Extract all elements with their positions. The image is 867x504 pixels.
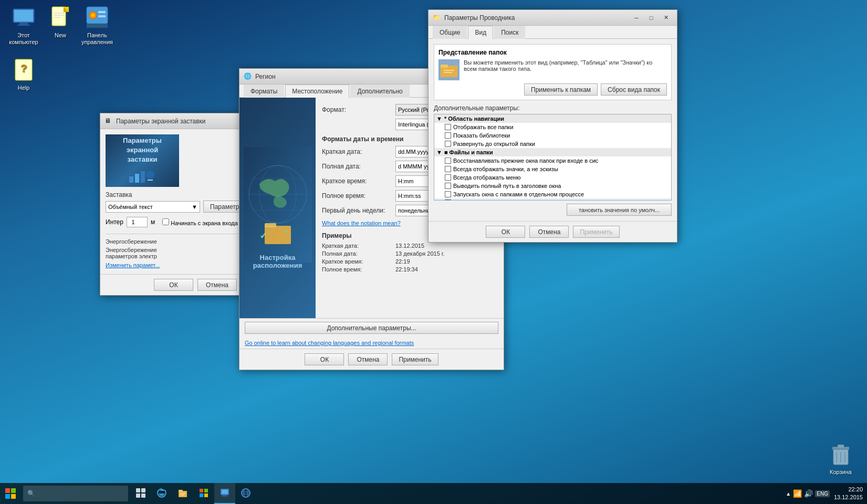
apply-folders-btn[interactable]: Применить к папкам: [524, 83, 598, 96]
svg-rect-62: [222, 496, 228, 497]
screensaver-title-icon: 🖥: [105, 117, 113, 125]
always-icons-checkbox[interactable]: [445, 166, 451, 172]
svg-point-21: [146, 171, 154, 179]
svg-rect-53: [180, 493, 185, 494]
adv-item-separate-process[interactable]: Запускать окна с папками в отдельном про…: [434, 190, 671, 198]
screensaver-ok-btn[interactable]: ОК: [154, 279, 193, 291]
sharing-wizard-checkbox[interactable]: ✓: [445, 200, 451, 201]
folder-view-inner: Вы можете применить этот вид (например, …: [438, 59, 667, 80]
desktop-icon-this-computer[interactable]: Этот компьютер: [3, 3, 45, 48]
this-computer-icon: [11, 5, 36, 30]
svg-rect-52: [179, 490, 183, 492]
taskbar-clock[interactable]: 22:20 13.12.2015: [834, 486, 863, 502]
explorer-tab-search[interactable]: Поиск: [494, 26, 525, 39]
svg-rect-46: [11, 494, 16, 499]
region-ok-btn[interactable]: ОК: [305, 353, 344, 365]
adv-item-always-icons[interactable]: Всегда отображать значки, а не эскизы: [434, 165, 671, 173]
restore-windows-checkbox[interactable]: [445, 158, 451, 164]
explorer-titlebar[interactable]: 📁 Параметры Проводника ─ □ ✕: [429, 10, 677, 26]
svg-rect-43: [5, 488, 10, 493]
adv-item-show-libraries[interactable]: Показать библиотеки: [434, 131, 671, 140]
ex-full-time: Полное время: 22:19:34: [322, 266, 497, 272]
region-cancel-btn[interactable]: Отмена: [348, 353, 388, 365]
expand-open-checkbox[interactable]: [445, 141, 451, 147]
screensaver-section-label: Заставка: [106, 191, 132, 198]
svg-rect-47: [136, 488, 140, 492]
region-tab-location[interactable]: Местоположение: [285, 85, 349, 98]
desktop-icon-help[interactable]: ? Help: [3, 55, 45, 93]
tray-network-icon: 📶: [793, 489, 802, 498]
adv-params-list[interactable]: ▼ * Область навигации Отображать все пап…: [434, 114, 672, 201]
tray-volume-icon[interactable]: 🔊: [804, 489, 813, 498]
adv-item-show-all-folders[interactable]: Отображать все папки: [434, 123, 671, 131]
start-button[interactable]: [0, 483, 21, 504]
adv-item-sharing-wizard[interactable]: ✓ Использовать мастер общего доступа (ре…: [434, 198, 671, 201]
control-panel-icon: [85, 5, 110, 30]
taskbar-app-ie[interactable]: [235, 483, 256, 504]
adv-item-full-path[interactable]: Выводить полный путь в заголовке окна: [434, 182, 671, 190]
full-time-label: Полное время:: [322, 192, 395, 200]
desktop-icon-new[interactable]: New: [39, 3, 81, 41]
explorer-cancel-btn[interactable]: Отмена: [529, 226, 569, 238]
show-all-folders-checkbox[interactable]: [445, 124, 451, 130]
tray-icons: ▲ 📶 🔊 ENG: [786, 489, 830, 498]
folder-view-text: Вы можете применить этот вид (например, …: [464, 59, 667, 80]
taskbar-app-winstore[interactable]: [193, 483, 214, 504]
notation-link[interactable]: What does the notation mean?: [322, 220, 401, 226]
svg-rect-57: [200, 494, 203, 497]
adv-item-restore-windows[interactable]: Восстанавливать прежние окна папок при в…: [434, 156, 671, 165]
recycle-bin[interactable]: Корзина: [820, 439, 862, 478]
region-buttons: ОК Отмена Применить: [239, 349, 504, 370]
svg-rect-3: [17, 25, 30, 26]
restore-defaults-btn[interactable]: тановить значения по умолч...: [567, 204, 672, 216]
adv-item-always-menu[interactable]: Всегда отображать меню: [434, 173, 671, 182]
svg-rect-30: [265, 223, 276, 227]
region-tab-advanced[interactable]: Дополнительно: [350, 85, 409, 98]
reset-view-btn[interactable]: Сброс вида папок: [601, 83, 667, 96]
explorer-minimize-btn[interactable]: ─: [630, 13, 643, 23]
region-tab-formats[interactable]: Форматы: [244, 85, 284, 98]
screensaver-cancel-btn[interactable]: Отмена: [197, 279, 237, 291]
explorer-apply-btn[interactable]: Применить: [573, 226, 619, 238]
explorer-maximize-btn[interactable]: □: [644, 13, 658, 23]
format-label: Формат:: [322, 106, 395, 113]
tray-arrow[interactable]: ▲: [786, 491, 791, 497]
taskbar-search[interactable]: 🔍: [23, 486, 128, 501]
svg-rect-14: [98, 15, 106, 17]
desktop-icon-control-panel[interactable]: Панель управления: [76, 3, 118, 48]
taskbar-app-active[interactable]: [214, 483, 235, 504]
svg-rect-36: [444, 72, 452, 73]
region-online-link[interactable]: Go online to learn about changing langua…: [245, 340, 414, 346]
full-path-checkbox[interactable]: [445, 183, 451, 189]
svg-rect-15: [87, 24, 108, 28]
taskbar-app-explorer[interactable]: [172, 483, 193, 504]
region-title-icon: 🌐: [244, 72, 252, 81]
explorer-ok-btn[interactable]: ОК: [486, 226, 525, 238]
svg-text:✓: ✓: [283, 227, 289, 235]
svg-rect-49: [136, 494, 140, 498]
svg-rect-35: [444, 70, 454, 71]
taskbar-apps: [130, 483, 256, 504]
adv-item-expand-open[interactable]: Развернуть до открытой папки: [434, 140, 671, 148]
taskbar-app-edge[interactable]: [151, 483, 172, 504]
recycle-bin-label: Корзина: [830, 469, 852, 476]
show-libraries-checkbox[interactable]: [445, 132, 451, 139]
energy-link[interactable]: Изменить парамет...: [106, 262, 160, 268]
separate-process-checkbox[interactable]: [445, 191, 451, 197]
explorer-tab-general[interactable]: Общие: [433, 26, 467, 39]
taskbar-app-view[interactable]: [130, 483, 151, 504]
svg-rect-44: [11, 488, 16, 493]
explorer-close-btn[interactable]: ✕: [659, 13, 673, 23]
interval-input[interactable]: [127, 217, 148, 227]
explorer-title-icon: 📁: [433, 14, 441, 22]
adv-params-title: Дополнительные параметры:: [434, 104, 672, 112]
always-menu-checkbox[interactable]: [445, 174, 451, 181]
region-apply-btn[interactable]: Применить: [392, 353, 438, 365]
on-resume-checkbox[interactable]: [162, 218, 169, 225]
svg-text:?: ?: [20, 62, 27, 74]
region-adv-btn[interactable]: Дополнительные параметры...: [245, 322, 498, 334]
svg-rect-45: [5, 494, 10, 499]
screensaver-combo[interactable]: Объёмный текст ▼: [106, 201, 200, 213]
svg-text:✓: ✓: [259, 230, 267, 241]
explorer-tab-view[interactable]: Вид: [468, 26, 493, 39]
